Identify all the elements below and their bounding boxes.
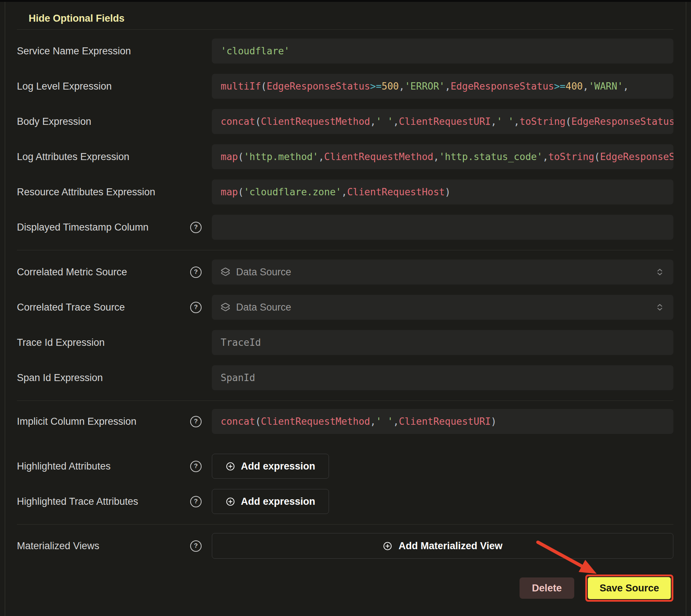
resource-attributes-expression-input[interactable]: map('cloudflare.zone', ClientRequestHost… — [212, 180, 673, 204]
field-label: Correlated Metric Source — [17, 266, 127, 278]
select-placeholder: Data Source — [236, 267, 649, 278]
help-icon[interactable]: ? — [190, 461, 202, 472]
row-log-attributes-expression: Log Attributes Expression map('http.meth… — [17, 144, 673, 169]
row-service-name-expression: Service Name Expression 'cloudflare' — [17, 39, 673, 64]
field-label: Body Expression — [17, 116, 91, 127]
row-trace-id-expression: Trace Id Expression — [17, 330, 673, 355]
field-label: Log Attributes Expression — [17, 151, 129, 163]
row-implicit-column-expression: Implicit Column Expression ? concat(Clie… — [17, 409, 673, 434]
help-icon[interactable]: ? — [190, 222, 202, 233]
add-highlighted-attribute-button[interactable]: Add expression — [212, 454, 329, 479]
layers-icon — [221, 302, 230, 312]
row-resource-attributes-expression: Resource Attributes Expression map('clou… — [17, 180, 673, 204]
button-label: Add Materialized View — [398, 540, 502, 552]
layers-icon — [221, 267, 230, 277]
field-label: Service Name Expression — [17, 45, 131, 57]
annotation-box: Save Source — [585, 575, 673, 602]
help-icon[interactable]: ? — [190, 302, 202, 313]
correlated-metric-source-select[interactable]: Data Source — [212, 260, 673, 285]
implicit-column-expression-input[interactable]: concat(ClientRequestMethod, ' ', ClientR… — [212, 409, 673, 434]
help-icon[interactable]: ? — [190, 540, 202, 552]
row-log-level-expression: Log Level Expression multiIf(EdgeRespons… — [17, 74, 673, 99]
plus-circle-icon — [383, 541, 392, 551]
body-expression-input[interactable]: concat(ClientRequestMethod, ' ', ClientR… — [212, 109, 673, 134]
section-divider — [17, 29, 673, 30]
chevron-up-down-icon — [655, 267, 665, 277]
row-span-id-expression: Span Id Expression — [17, 365, 673, 390]
field-label: Implicit Column Expression — [17, 416, 137, 427]
field-label: Span Id Expression — [17, 372, 103, 384]
button-label: Add expression — [241, 461, 315, 472]
field-label: Highlighted Trace Attributes — [17, 496, 138, 507]
form-actions: Delete Save Source — [17, 575, 673, 602]
field-label: Log Level Expression — [17, 80, 112, 92]
field-label: Materialized Views — [17, 540, 100, 552]
field-label: Displayed Timestamp Column — [17, 221, 149, 233]
optional-fields-section: Hide Optional Fields Service Name Expres… — [0, 0, 691, 602]
field-label: Resource Attributes Expression — [17, 186, 155, 198]
row-correlated-trace-source: Correlated Trace Source ? Data Source — [17, 295, 673, 320]
section-divider — [17, 250, 673, 250]
delete-button[interactable]: Delete — [520, 577, 574, 599]
row-displayed-timestamp-column: Displayed Timestamp Column ? — [17, 215, 673, 240]
save-source-button[interactable]: Save Source — [588, 577, 671, 599]
source-settings-form: { "colors": { "accent-yellow": "#f2eca6"… — [0, 0, 691, 616]
add-materialized-view-button[interactable]: Add Materialized View — [212, 533, 673, 559]
section-divider — [17, 401, 673, 401]
add-highlighted-trace-attribute-button[interactable]: Add expression — [212, 489, 329, 514]
chevron-up-down-icon — [655, 302, 665, 312]
row-body-expression: Body Expression concat(ClientRequestMeth… — [17, 109, 673, 134]
log-level-expression-input[interactable]: multiIf(EdgeResponseStatus >= 500, 'ERRO… — [212, 74, 673, 99]
field-label: Highlighted Attributes — [17, 460, 111, 472]
help-icon[interactable]: ? — [190, 496, 202, 507]
hide-optional-fields-toggle[interactable]: Hide Optional Fields — [29, 12, 124, 24]
button-label: Add expression — [241, 496, 315, 507]
row-highlighted-attributes: Highlighted Attributes ? Add expression — [17, 454, 673, 479]
field-label: Correlated Trace Source — [17, 301, 125, 313]
span-id-expression-input[interactable] — [212, 365, 673, 390]
select-placeholder: Data Source — [236, 302, 649, 313]
service-name-expression-input[interactable]: 'cloudflare' — [212, 39, 673, 64]
plus-circle-icon — [225, 461, 235, 471]
plus-circle-icon — [225, 497, 235, 507]
help-icon[interactable]: ? — [190, 416, 202, 427]
field-label: Trace Id Expression — [17, 337, 105, 348]
trace-id-expression-input[interactable] — [212, 330, 673, 355]
row-materialized-views: Materialized Views ? Add Materialized Vi… — [17, 533, 673, 559]
log-attributes-expression-input[interactable]: map('http.method', ClientRequestMethod, … — [212, 144, 673, 169]
help-icon[interactable]: ? — [190, 267, 202, 278]
correlated-trace-source-select[interactable]: Data Source — [212, 295, 673, 320]
displayed-timestamp-column-input[interactable] — [212, 215, 673, 240]
row-highlighted-trace-attributes: Highlighted Trace Attributes ? Add expre… — [17, 489, 673, 514]
section-divider — [17, 524, 673, 525]
row-correlated-metric-source: Correlated Metric Source ? Data Source — [17, 260, 673, 285]
